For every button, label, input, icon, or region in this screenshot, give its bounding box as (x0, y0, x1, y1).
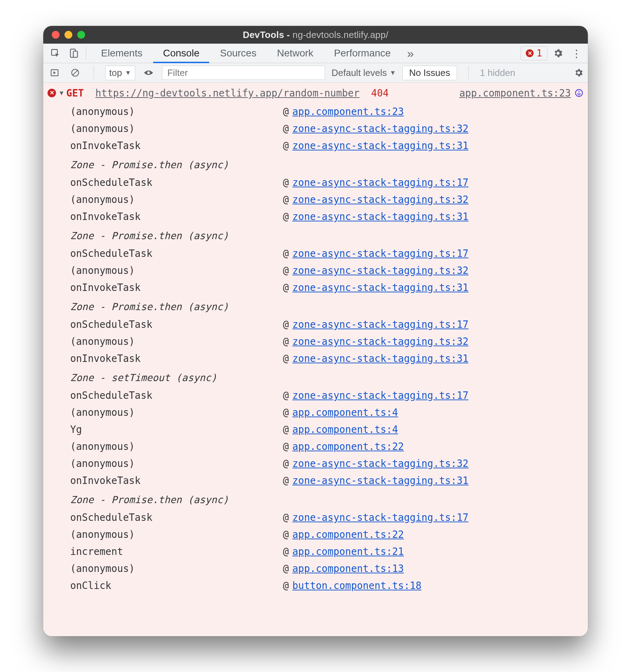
frame-function: (anonymous) (70, 121, 283, 136)
devtools-window: DevTools - ng-devtools.netlify.app/ Elem… (43, 26, 588, 636)
frame-function: (anonymous) (70, 104, 283, 119)
hidden-count: 1 hidden (480, 67, 516, 78)
stack-frame: (anonymous)@zone-async-stack-tagging.ts:… (70, 333, 581, 350)
stack-frame: onInvokeTask@zone-async-stack-tagging.ts… (70, 279, 581, 296)
frame-source-link[interactable]: button.component.ts:18 (292, 578, 422, 593)
frame-function: onScheduleTask (70, 387, 283, 403)
clear-console-icon[interactable] (68, 66, 82, 80)
at-symbol: @ (283, 121, 289, 136)
frame-function: (anonymous) (70, 456, 283, 471)
title-prefix: DevTools - (243, 29, 292, 40)
console-settings-gear-icon[interactable] (574, 68, 584, 78)
error-count: 1 (536, 48, 542, 59)
frame-source-link[interactable]: zone-async-stack-tagging.ts:32 (292, 456, 469, 471)
stack-frame: onScheduleTask@zone-async-stack-tagging.… (70, 245, 581, 262)
tab-performance[interactable]: Performance (324, 44, 401, 63)
tab-sources[interactable]: Sources (210, 44, 266, 63)
tab-network[interactable]: Network (267, 44, 323, 63)
frame-source-link[interactable]: zone-async-stack-tagging.ts:17 (292, 316, 469, 332)
frame-function: onScheduleTask (70, 175, 283, 190)
error-icon: ✕ (526, 49, 534, 57)
frame-source-link[interactable]: zone-async-stack-tagging.ts:32 (292, 121, 469, 136)
async-boundary-label: Zone - Promise.then (async) (70, 154, 581, 174)
stack-frame: onClick@button.component.ts:18 (70, 577, 581, 594)
levels-label: Default levels (332, 67, 387, 78)
frame-source-link[interactable]: zone-async-stack-tagging.ts:17 (292, 509, 469, 525)
frame-source-link[interactable]: zone-async-stack-tagging.ts:31 (292, 280, 469, 295)
frame-function: onInvokeTask (70, 138, 283, 153)
error-icon: ✕ (48, 89, 56, 97)
frame-source-link[interactable]: app.component.ts:13 (292, 561, 404, 576)
frame-source-link[interactable]: zone-async-stack-tagging.ts:31 (292, 138, 469, 153)
frame-function: onClick (70, 578, 283, 593)
frame-source-link[interactable]: zone-async-stack-tagging.ts:31 (292, 351, 469, 366)
disclosure-triangle-icon[interactable]: ▼ (60, 88, 63, 98)
frame-function: onInvokeTask (70, 473, 283, 488)
context-selector[interactable]: top ▼ (105, 66, 135, 80)
stack-frame: (anonymous)@zone-async-stack-tagging.ts:… (70, 262, 581, 279)
origin-source-link[interactable]: app.component.ts:23 (459, 85, 571, 101)
stack-frame: (anonymous)@app.component.ts:13 (70, 560, 581, 577)
at-symbol: @ (283, 473, 289, 488)
stack-frame: (anonymous)@zone-async-stack-tagging.ts:… (70, 455, 581, 472)
console-output: ✕ ▼ GET https://ng-devtools.netlify.app/… (43, 83, 588, 636)
frame-source-link[interactable]: zone-async-stack-tagging.ts:17 (292, 175, 469, 190)
stack-frame: (anonymous)@app.component.ts:23 (70, 103, 581, 120)
frame-source-link[interactable]: zone-async-stack-tagging.ts:32 (292, 263, 469, 278)
frame-source-link[interactable]: zone-async-stack-tagging.ts:17 (292, 387, 469, 403)
frame-function: onInvokeTask (70, 351, 283, 366)
frame-function: Yg (70, 422, 283, 437)
stack-frame: Yg@app.component.ts:4 (70, 421, 581, 438)
live-expression-icon[interactable] (141, 66, 156, 80)
frame-source-link[interactable]: app.component.ts:23 (292, 104, 404, 119)
filter-input[interactable] (162, 66, 325, 80)
toggle-drawer-icon[interactable] (48, 66, 62, 80)
frame-source-link[interactable]: app.component.ts:21 (292, 544, 404, 559)
at-symbol: @ (283, 404, 289, 420)
overflow-tabs-icon[interactable]: » (401, 46, 420, 60)
async-boundary-label: Zone - Promise.then (async) (70, 296, 581, 316)
frame-function: (anonymous) (70, 263, 283, 278)
frame-source-link[interactable]: app.component.ts:4 (292, 422, 398, 437)
frame-source-link[interactable]: zone-async-stack-tagging.ts:17 (292, 246, 469, 261)
request-url-link[interactable]: https://ng-devtools.netlify.app/random-n… (95, 85, 360, 101)
chevron-down-icon: ▼ (390, 69, 396, 77)
at-symbol: @ (283, 561, 289, 576)
frame-function: (anonymous) (70, 439, 283, 454)
stack-frame: onInvokeTask@zone-async-stack-tagging.ts… (70, 472, 581, 489)
stack-frame: onScheduleTask@zone-async-stack-tagging.… (70, 387, 581, 404)
at-symbol: @ (283, 422, 289, 437)
tab-elements[interactable]: Elements (91, 44, 152, 63)
stack-frame: onInvokeTask@zone-async-stack-tagging.ts… (70, 350, 581, 367)
at-symbol: @ (283, 509, 289, 525)
frame-source-link[interactable]: app.component.ts:4 (292, 404, 398, 420)
error-header-row: ✕ ▼ GET https://ng-devtools.netlify.app/… (43, 83, 588, 103)
frame-source-link[interactable]: zone-async-stack-tagging.ts:32 (292, 334, 469, 349)
async-boundary-label: Zone - Promise.then (async) (70, 489, 581, 509)
frame-source-link[interactable]: zone-async-stack-tagging.ts:32 (292, 192, 469, 207)
more-menu-icon[interactable]: ⋮ (569, 47, 584, 60)
log-levels-selector[interactable]: Default levels ▼ (332, 67, 396, 78)
stack-frame: (anonymous)@app.component.ts:4 (70, 404, 581, 421)
stack-frame: increment@app.component.ts:21 (70, 543, 581, 560)
frame-source-link[interactable]: app.component.ts:22 (292, 527, 404, 542)
frame-function: (anonymous) (70, 527, 283, 542)
frame-source-link[interactable]: zone-async-stack-tagging.ts:31 (292, 473, 469, 488)
error-count-pill[interactable]: ✕ 1 (520, 46, 547, 60)
stack-frame: (anonymous)@zone-async-stack-tagging.ts:… (70, 120, 581, 137)
settings-gear-icon[interactable] (550, 48, 566, 59)
inspect-element-icon[interactable] (48, 46, 62, 60)
at-symbol: @ (283, 578, 289, 593)
ignore-list-icon[interactable] (574, 88, 584, 98)
device-toolbar-icon[interactable] (67, 46, 81, 60)
frame-function: onScheduleTask (70, 509, 283, 525)
frame-source-link[interactable]: zone-async-stack-tagging.ts:31 (292, 209, 469, 224)
svg-rect-2 (73, 51, 78, 57)
frame-function: onScheduleTask (70, 246, 283, 261)
tab-console[interactable]: Console (153, 44, 210, 63)
at-symbol: @ (283, 439, 289, 454)
async-boundary-label: Zone - Promise.then (async) (70, 225, 581, 245)
frame-source-link[interactable]: app.component.ts:22 (292, 439, 404, 454)
issues-button[interactable]: No Issues (402, 66, 457, 80)
at-symbol: @ (283, 209, 289, 224)
